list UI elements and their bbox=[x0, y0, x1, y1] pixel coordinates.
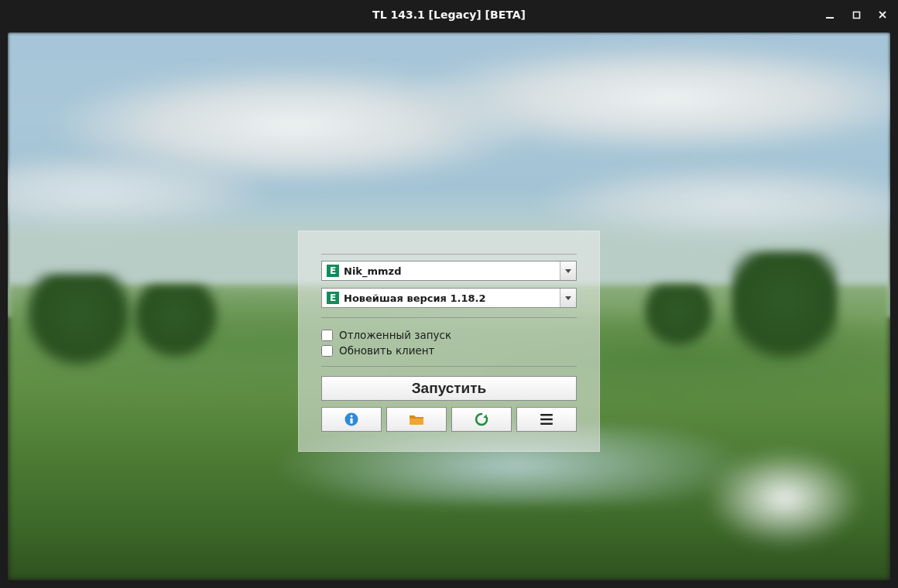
version-type-badge: E bbox=[327, 292, 339, 304]
client-area: E Nik_mmzd E Новейшая версия 1.18.2 bbox=[8, 32, 890, 580]
login-panel: E Nik_mmzd E Новейшая версия 1.18.2 bbox=[298, 231, 600, 452]
svg-rect-0 bbox=[826, 17, 834, 19]
svg-rect-1 bbox=[853, 12, 859, 18]
version-select-value: E Новейшая версия 1.18.2 bbox=[322, 289, 560, 307]
svg-point-3 bbox=[350, 415, 352, 417]
toolbar bbox=[321, 407, 577, 432]
account-type-badge: E bbox=[327, 265, 339, 277]
account-dropdown-button[interactable] bbox=[560, 262, 576, 280]
account-select[interactable]: E Nik_mmzd bbox=[321, 261, 577, 281]
delayed-launch-checkbox-row[interactable]: Отложенный запуск bbox=[321, 329, 577, 341]
version-name-label: Новейшая версия 1.18.2 bbox=[344, 292, 486, 304]
titlebar: TL 143.1 [Legacy] [BETA] bbox=[0, 0, 898, 29]
maximize-icon bbox=[852, 11, 861, 19]
hamburger-icon bbox=[540, 413, 554, 426]
refresh-button[interactable] bbox=[451, 407, 512, 432]
version-dropdown-button[interactable] bbox=[560, 289, 576, 307]
update-client-checkbox-row[interactable]: Обновить клиент bbox=[321, 344, 577, 357]
divider bbox=[321, 317, 577, 318]
folder-button[interactable] bbox=[386, 407, 447, 432]
info-button[interactable] bbox=[321, 407, 382, 432]
info-icon bbox=[344, 412, 359, 427]
minimize-icon bbox=[825, 10, 835, 19]
window-title: TL 143.1 [Legacy] [BETA] bbox=[372, 9, 526, 21]
chevron-down-icon bbox=[565, 296, 571, 300]
folder-icon bbox=[408, 412, 425, 427]
account-name-label: Nik_mmzd bbox=[344, 265, 401, 277]
application-window: TL 143.1 [Legacy] [BETA] bbox=[0, 0, 898, 588]
delayed-launch-label: Отложенный запуск bbox=[339, 329, 451, 341]
svg-rect-7 bbox=[540, 422, 553, 425]
update-client-label: Обновить клиент bbox=[339, 344, 434, 357]
divider bbox=[321, 254, 577, 255]
svg-rect-5 bbox=[540, 414, 553, 416]
options-group: Отложенный запуск Обновить клиент bbox=[321, 329, 577, 357]
svg-rect-4 bbox=[350, 418, 352, 423]
minimize-button[interactable] bbox=[819, 4, 841, 26]
refresh-icon bbox=[474, 412, 489, 427]
menu-button[interactable] bbox=[516, 407, 577, 432]
window-controls bbox=[819, 0, 893, 29]
account-select-value: E Nik_mmzd bbox=[322, 262, 560, 280]
update-client-checkbox[interactable] bbox=[321, 345, 333, 357]
svg-rect-6 bbox=[540, 419, 553, 421]
chevron-down-icon bbox=[565, 269, 571, 273]
launch-button[interactable]: Запустить bbox=[321, 376, 577, 401]
close-icon bbox=[878, 10, 887, 19]
maximize-button[interactable] bbox=[845, 4, 867, 26]
version-select[interactable]: E Новейшая версия 1.18.2 bbox=[321, 288, 577, 308]
close-button[interactable] bbox=[872, 4, 893, 26]
delayed-launch-checkbox[interactable] bbox=[321, 330, 333, 341]
